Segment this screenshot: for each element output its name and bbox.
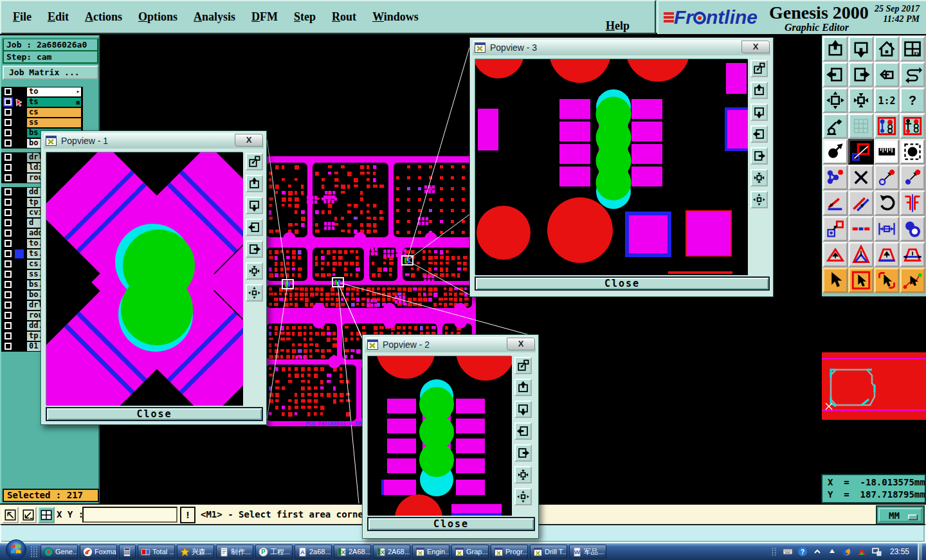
- popview-pan-all-button[interactable]: [750, 191, 768, 208]
- popview-popout-button[interactable]: [514, 357, 532, 374]
- popview-box-arrow-right-button[interactable]: [750, 147, 768, 165]
- layer-row-ss[interactable]: ss: [1, 118, 83, 128]
- taskbar-button-1[interactable]: Foxmail: [80, 545, 117, 559]
- zoom-in-tool-button[interactable]: [20, 507, 37, 523]
- taskbar-button-5[interactable]: 制作...: [216, 545, 253, 559]
- layer-checkbox[interactable]: [5, 343, 12, 350]
- taskbar-button-7[interactable]: A2a68...: [295, 545, 332, 559]
- tool-home-button[interactable]: [874, 36, 900, 62]
- taskbar-button-11[interactable]: Grap...: [451, 545, 489, 559]
- popview-pan-all-button[interactable]: [514, 488, 532, 505]
- tool-s-line-button[interactable]: [900, 62, 925, 87]
- popview-popout-button[interactable]: [750, 60, 768, 77]
- job-matrix-button[interactable]: Job Matrix ...: [3, 66, 98, 80]
- popview-pan-all-button[interactable]: [246, 284, 263, 302]
- tool-blue-blobs-button[interactable]: [900, 216, 925, 242]
- tool-tri-arrow-button[interactable]: [822, 242, 848, 267]
- alert-button[interactable]: !: [180, 507, 195, 523]
- tray-keyboard-icon[interactable]: [783, 546, 793, 557]
- tool-big-x-button[interactable]: [848, 165, 874, 190]
- menu-options[interactable]: Options: [138, 10, 177, 24]
- popview-close-x-button[interactable]: X: [741, 41, 770, 53]
- tool-dash-sel-button[interactable]: [900, 139, 925, 165]
- layer-checkbox[interactable]: [5, 322, 12, 329]
- popview-canvas[interactable]: [46, 152, 242, 405]
- layer-checkbox[interactable]: [5, 332, 12, 339]
- tool-trap-strike-button[interactable]: [900, 242, 925, 267]
- layer-checkbox[interactable]: [5, 88, 12, 95]
- popview-box-arrow-right-button[interactable]: [514, 444, 532, 462]
- menu-step[interactable]: Step: [294, 10, 316, 24]
- layer-checkbox[interactable]: [5, 140, 12, 147]
- layer-checkbox[interactable]: [5, 164, 12, 171]
- menu-analysis[interactable]: Analysis: [194, 10, 235, 24]
- tool-cursor2-button[interactable]: [848, 267, 874, 293]
- popview-box-arrow-left-button[interactable]: [750, 125, 768, 143]
- taskbar-clock[interactable]: 23:55: [886, 547, 913, 556]
- tool-tri-tall-button[interactable]: [848, 242, 874, 267]
- tool-expand-in-button[interactable]: [848, 87, 874, 113]
- popview-close-button[interactable]: Close: [475, 276, 770, 291]
- tool-box-arrow-up-button[interactable]: [822, 36, 848, 62]
- menu-help[interactable]: Help: [606, 19, 630, 33]
- tool-traffic1-button[interactable]: [874, 113, 900, 139]
- layer-label[interactable]: to➤: [27, 87, 81, 96]
- tool-width-meas-button[interactable]: [874, 216, 900, 242]
- tool-box-arrow-left-button[interactable]: [822, 62, 848, 87]
- layer-checkbox[interactable]: [5, 188, 12, 195]
- popview-close-x-button[interactable]: X: [235, 134, 263, 147]
- tool-dot-arrow-dot-button[interactable]: [900, 165, 925, 190]
- layer-label[interactable]: ss: [27, 118, 81, 127]
- popview-close-button[interactable]: Close: [46, 407, 263, 421]
- layer-checkbox[interactable]: [5, 281, 12, 288]
- tool-frame-meas-button[interactable]: [848, 139, 874, 165]
- tool-expand-out-button[interactable]: [822, 87, 848, 113]
- taskbar-button-14[interactable]: W军品...: [569, 545, 606, 559]
- tool-sel-dot-arrow-button[interactable]: [822, 139, 848, 165]
- menu-windows[interactable]: Windows: [372, 10, 419, 24]
- layer-checkbox[interactable]: [5, 219, 12, 226]
- tool-traffic2-button[interactable]: [900, 113, 925, 139]
- layer-checkbox[interactable]: [5, 98, 12, 105]
- popview-box-arrow-left-button[interactable]: [246, 219, 263, 236]
- menu-actions[interactable]: Actions: [85, 10, 122, 24]
- popview-box-arrow-down-button[interactable]: [750, 104, 768, 121]
- layer-checkbox[interactable]: [5, 260, 12, 267]
- tool-circ-arrow-dot-button[interactable]: [874, 165, 900, 190]
- popview-close-button[interactable]: Close: [367, 517, 535, 531]
- popview-titlebar[interactable]: Popview - 1 X: [44, 133, 264, 149]
- tool-win-xy-button[interactable]: xy: [900, 36, 925, 62]
- tool-undo-box-button[interactable]: [874, 62, 900, 87]
- taskbar-button-13[interactable]: Drill T...: [530, 545, 567, 559]
- tool-cursor1-button[interactable]: [822, 267, 848, 293]
- popview-box-arrow-up-button[interactable]: [514, 379, 532, 396]
- layer-checkbox[interactable]: [5, 240, 12, 247]
- popview-canvas[interactable]: [367, 356, 511, 515]
- layer-checkbox[interactable]: [5, 271, 12, 278]
- popview-close-x-button[interactable]: X: [507, 338, 535, 350]
- layer-row-to[interactable]: to➤: [1, 87, 83, 97]
- layer-checkbox[interactable]: [5, 302, 12, 309]
- popview-expand-in-button[interactable]: [514, 466, 532, 483]
- popview-titlebar[interactable]: Popview - 3 X: [473, 40, 770, 55]
- tool-ruler-button[interactable]: [874, 139, 900, 165]
- popview-box-arrow-left-button[interactable]: [514, 422, 532, 440]
- layer-label[interactable]: ts▦: [27, 98, 81, 107]
- tool-angle2-button[interactable]: [822, 190, 848, 216]
- tool-box-arrow-down-button[interactable]: [848, 36, 874, 62]
- tool-redblue-dash-button[interactable]: [848, 216, 874, 242]
- layer-checkbox[interactable]: [5, 209, 12, 216]
- tray-flame-icon[interactable]: [842, 546, 852, 557]
- xy-input[interactable]: [82, 507, 177, 523]
- tool-chain-button[interactable]: [822, 165, 848, 190]
- taskbar-button-9[interactable]: X2A68...: [373, 545, 410, 559]
- taskbar-button-12[interactable]: Progr...: [491, 545, 528, 559]
- tray-caret-down-icon[interactable]: [812, 546, 822, 557]
- tool-grid9-button[interactable]: [848, 113, 874, 139]
- tool-copy-sq-button[interactable]: [822, 216, 848, 242]
- popview-box-arrow-down-button[interactable]: [246, 197, 263, 214]
- layer-checkbox[interactable]: [5, 154, 12, 161]
- layer-checkbox[interactable]: [5, 109, 12, 116]
- tray-help-circle-icon[interactable]: ?: [797, 546, 808, 557]
- taskbar-button-8[interactable]: X2A68...: [334, 545, 371, 559]
